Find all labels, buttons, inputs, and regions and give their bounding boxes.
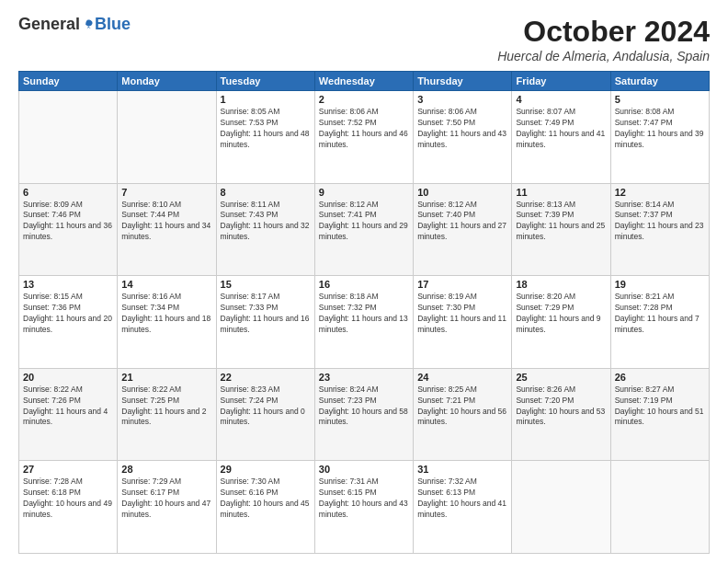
day-number: 29 [221, 464, 311, 475]
day-number: 1 [221, 94, 311, 105]
day-cell: 25Sunrise: 8:26 AM Sunset: 7:20 PM Dayli… [512, 368, 610, 461]
day-info: Sunrise: 7:29 AM Sunset: 6:17 PM Dayligh… [121, 477, 211, 521]
day-cell: 28Sunrise: 7:29 AM Sunset: 6:17 PM Dayli… [118, 461, 216, 554]
day-info: Sunrise: 8:12 AM Sunset: 7:41 PM Dayligh… [319, 200, 409, 244]
day-number: 24 [417, 372, 507, 383]
day-info: Sunrise: 8:16 AM Sunset: 7:34 PM Dayligh… [121, 292, 211, 336]
day-cell: 8Sunrise: 8:11 AM Sunset: 7:43 PM Daylig… [216, 183, 314, 276]
weekday-header-monday: Monday [118, 72, 216, 91]
day-info: Sunrise: 8:11 AM Sunset: 7:43 PM Dayligh… [221, 200, 311, 244]
day-cell: 13Sunrise: 8:15 AM Sunset: 7:36 PM Dayli… [19, 276, 118, 369]
day-info: Sunrise: 8:19 AM Sunset: 7:30 PM Dayligh… [417, 292, 507, 336]
day-info: Sunrise: 8:05 AM Sunset: 7:53 PM Dayligh… [221, 107, 311, 151]
day-info: Sunrise: 8:20 AM Sunset: 7:29 PM Dayligh… [516, 292, 606, 336]
day-number: 31 [417, 464, 507, 475]
day-cell: 7Sunrise: 8:10 AM Sunset: 7:44 PM Daylig… [118, 183, 216, 276]
day-number: 25 [516, 372, 606, 383]
day-info: Sunrise: 8:23 AM Sunset: 7:24 PM Dayligh… [221, 385, 311, 429]
day-number: 26 [615, 372, 705, 383]
day-cell: 30Sunrise: 7:31 AM Sunset: 6:15 PM Dayli… [314, 461, 413, 554]
logo-blue: Blue [95, 15, 131, 34]
day-info: Sunrise: 7:32 AM Sunset: 6:13 PM Dayligh… [417, 477, 507, 521]
day-number: 9 [319, 187, 409, 198]
day-cell: 22Sunrise: 8:23 AM Sunset: 7:24 PM Dayli… [216, 368, 314, 461]
day-cell: 16Sunrise: 8:18 AM Sunset: 7:32 PM Dayli… [314, 276, 413, 369]
day-info: Sunrise: 8:12 AM Sunset: 7:40 PM Dayligh… [417, 200, 507, 244]
weekday-header-tuesday: Tuesday [216, 72, 314, 91]
weekday-header-thursday: Thursday [414, 72, 512, 91]
weekday-header-wednesday: Wednesday [314, 72, 413, 91]
day-number: 14 [121, 279, 211, 290]
calendar-table: SundayMondayTuesdayWednesdayThursdayFrid… [18, 71, 710, 554]
day-info: Sunrise: 8:06 AM Sunset: 7:52 PM Dayligh… [319, 107, 409, 151]
logo-general: General [18, 15, 80, 34]
day-number: 11 [516, 187, 606, 198]
title-section: October 2024 Huercal de Almeria, Andalus… [497, 15, 710, 63]
day-number: 20 [23, 372, 113, 383]
weekday-header-friday: Friday [512, 72, 610, 91]
day-info: Sunrise: 8:25 AM Sunset: 7:21 PM Dayligh… [417, 385, 507, 429]
week-row-5: 27Sunrise: 7:28 AM Sunset: 6:18 PM Dayli… [19, 461, 710, 554]
day-info: Sunrise: 8:10 AM Sunset: 7:44 PM Dayligh… [121, 200, 211, 244]
day-number: 10 [417, 187, 507, 198]
day-info: Sunrise: 8:13 AM Sunset: 7:39 PM Dayligh… [516, 200, 606, 244]
day-number: 12 [615, 187, 705, 198]
day-cell: 24Sunrise: 8:25 AM Sunset: 7:21 PM Dayli… [414, 368, 512, 461]
day-cell: 14Sunrise: 8:16 AM Sunset: 7:34 PM Dayli… [118, 276, 216, 369]
day-info: Sunrise: 8:08 AM Sunset: 7:47 PM Dayligh… [615, 107, 705, 151]
day-number: 19 [615, 279, 705, 290]
day-info: Sunrise: 8:26 AM Sunset: 7:20 PM Dayligh… [516, 385, 606, 429]
day-info: Sunrise: 8:06 AM Sunset: 7:50 PM Dayligh… [417, 107, 507, 151]
week-row-3: 13Sunrise: 8:15 AM Sunset: 7:36 PM Dayli… [19, 276, 710, 369]
day-cell: 2Sunrise: 8:06 AM Sunset: 7:52 PM Daylig… [314, 91, 413, 184]
day-cell: 11Sunrise: 8:13 AM Sunset: 7:39 PM Dayli… [512, 183, 610, 276]
day-number: 8 [221, 187, 311, 198]
week-row-1: 1Sunrise: 8:05 AM Sunset: 7:53 PM Daylig… [19, 91, 710, 184]
day-number: 5 [615, 94, 705, 105]
day-number: 21 [121, 372, 211, 383]
day-number: 3 [417, 94, 507, 105]
day-cell: 1Sunrise: 8:05 AM Sunset: 7:53 PM Daylig… [216, 91, 314, 184]
day-cell [610, 461, 709, 554]
day-number: 30 [319, 464, 409, 475]
day-cell: 23Sunrise: 8:24 AM Sunset: 7:23 PM Dayli… [314, 368, 413, 461]
logo-bird-icon [82, 18, 95, 31]
day-number: 2 [319, 94, 409, 105]
day-number: 16 [319, 279, 409, 290]
day-cell: 6Sunrise: 8:09 AM Sunset: 7:46 PM Daylig… [19, 183, 118, 276]
day-info: Sunrise: 8:22 AM Sunset: 7:25 PM Dayligh… [121, 385, 211, 429]
week-row-4: 20Sunrise: 8:22 AM Sunset: 7:26 PM Dayli… [19, 368, 710, 461]
day-info: Sunrise: 8:21 AM Sunset: 7:28 PM Dayligh… [615, 292, 705, 336]
header: General Blue October 2024 Huercal de Alm… [18, 15, 710, 63]
day-info: Sunrise: 8:17 AM Sunset: 7:33 PM Dayligh… [221, 292, 311, 336]
day-cell [512, 461, 610, 554]
day-number: 7 [121, 187, 211, 198]
day-cell: 31Sunrise: 7:32 AM Sunset: 6:13 PM Dayli… [414, 461, 512, 554]
weekday-header-saturday: Saturday [610, 72, 709, 91]
week-row-2: 6Sunrise: 8:09 AM Sunset: 7:46 PM Daylig… [19, 183, 710, 276]
day-info: Sunrise: 8:22 AM Sunset: 7:26 PM Dayligh… [23, 385, 113, 429]
day-number: 18 [516, 279, 606, 290]
day-cell: 5Sunrise: 8:08 AM Sunset: 7:47 PM Daylig… [610, 91, 709, 184]
day-cell: 18Sunrise: 8:20 AM Sunset: 7:29 PM Dayli… [512, 276, 610, 369]
day-number: 4 [516, 94, 606, 105]
day-cell: 27Sunrise: 7:28 AM Sunset: 6:18 PM Dayli… [19, 461, 118, 554]
day-number: 27 [23, 464, 113, 475]
day-cell: 10Sunrise: 8:12 AM Sunset: 7:40 PM Dayli… [414, 183, 512, 276]
day-info: Sunrise: 7:30 AM Sunset: 6:16 PM Dayligh… [221, 477, 311, 521]
day-info: Sunrise: 8:27 AM Sunset: 7:19 PM Dayligh… [615, 385, 705, 429]
day-info: Sunrise: 8:15 AM Sunset: 7:36 PM Dayligh… [23, 292, 113, 336]
day-info: Sunrise: 8:18 AM Sunset: 7:32 PM Dayligh… [319, 292, 409, 336]
day-info: Sunrise: 8:09 AM Sunset: 7:46 PM Dayligh… [23, 200, 113, 244]
day-info: Sunrise: 8:24 AM Sunset: 7:23 PM Dayligh… [319, 385, 409, 429]
day-number: 23 [319, 372, 409, 383]
day-info: Sunrise: 8:07 AM Sunset: 7:49 PM Dayligh… [516, 107, 606, 151]
day-number: 13 [23, 279, 113, 290]
day-number: 17 [417, 279, 507, 290]
day-cell: 4Sunrise: 8:07 AM Sunset: 7:49 PM Daylig… [512, 91, 610, 184]
day-cell: 17Sunrise: 8:19 AM Sunset: 7:30 PM Dayli… [414, 276, 512, 369]
day-number: 6 [23, 187, 113, 198]
day-cell: 21Sunrise: 8:22 AM Sunset: 7:25 PM Dayli… [118, 368, 216, 461]
logo-text: General Blue [18, 15, 131, 34]
day-cell: 20Sunrise: 8:22 AM Sunset: 7:26 PM Dayli… [19, 368, 118, 461]
